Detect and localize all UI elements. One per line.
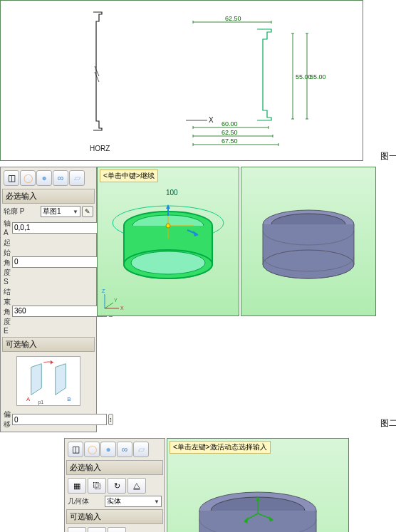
sketch-profile-dimensioned: 62.50 55.00 55.00 60.00 62.50 67.50 X (186, 15, 350, 150)
revolve-preview-diagram: A B p1 (16, 356, 80, 406)
axis-input[interactable] (12, 222, 107, 234)
section-optional: 可选输入 (66, 509, 163, 524)
tool-sheet-icon[interactable]: ▱ (133, 442, 149, 457)
sketch-canvas[interactable]: HORZ 62.50 55.00 55.00 60.00 62.50 (0, 0, 363, 161)
svg-text:A: A (26, 396, 31, 402)
tool-extrude-icon[interactable]: ◫ (4, 170, 19, 186)
mode-move-icon[interactable]: ▦ (68, 478, 86, 494)
tool-extrude-icon[interactable]: ◫ (68, 442, 83, 457)
svg-text:B: B (67, 396, 71, 402)
section-required: 必选输入 (2, 189, 95, 204)
viewport-transform[interactable]: <单击左键>激活动态选择输入 XY (167, 438, 349, 532)
svg-text:HORZ: HORZ (90, 145, 110, 152)
opt-a-icon[interactable]: ◩ (68, 527, 86, 532)
pick-icon[interactable]: ✎ (82, 206, 93, 217)
svg-point-10 (166, 224, 170, 228)
svg-marker-11 (166, 204, 170, 209)
svg-text:Y: Y (114, 298, 118, 303)
dim-right-2: 55.00 (310, 73, 326, 80)
geom-combo[interactable]: 实体▼ (105, 496, 162, 507)
svg-text:p1: p1 (38, 400, 43, 405)
opt-b-icon[interactable]: ◪ (88, 527, 106, 532)
offset-input[interactable] (12, 414, 107, 425)
axis-x-label: X (209, 116, 214, 124)
hint-tooltip: <单击左键>激活动态选择输入 (170, 441, 271, 454)
tool-glasses-icon[interactable]: ∞ (117, 442, 132, 457)
tool-cylinder-icon[interactable]: ◯ (20, 170, 36, 186)
dim-b1: 60.00 (222, 120, 238, 127)
hint-tooltip: <单击中键>继续 (100, 169, 158, 182)
spin-icon[interactable]: ↕ (108, 414, 113, 425)
viewport-revolve-preview[interactable]: <单击中键>继续 100 ZXY (97, 167, 239, 316)
svg-text:Z: Z (102, 288, 105, 293)
panel-toolbar: ◫ ◯ ● ∞ ▱ (66, 440, 163, 459)
mode-mirror-icon[interactable]: ⧋ (127, 478, 146, 494)
ring-solid (248, 192, 369, 291)
tool-sheet-icon[interactable]: ▱ (69, 170, 85, 186)
viewport-revolve-result[interactable] (241, 167, 376, 316)
start-angle-input[interactable] (12, 256, 107, 268)
start-angle-label: 起始角度 S (4, 238, 11, 286)
ring-solid-with-triad (183, 466, 333, 532)
tool-glasses-icon[interactable]: ∞ (53, 170, 68, 186)
ring-preview-green (108, 192, 229, 291)
dim-b2: 62.50 (222, 129, 238, 136)
profile-combo[interactable]: 草图1▼ (41, 206, 80, 217)
svg-point-9 (131, 251, 205, 274)
end-angle-label: 结束角度 E (4, 287, 11, 335)
mode-copy-icon[interactable]: ⿻ (88, 478, 106, 494)
svg-marker-1 (51, 360, 53, 365)
offset-label: 偏移 (4, 410, 11, 429)
geom-label: 几何体 (68, 496, 103, 506)
dim-height: 100 (166, 189, 178, 197)
svg-point-18 (263, 250, 354, 278)
opt-c-icon[interactable]: ◫ (108, 527, 126, 532)
figure-label-2: 图二 (380, 417, 396, 429)
dim-top: 62.50 (225, 15, 241, 22)
section-required: 必选输入 (66, 460, 163, 475)
axis-label: 轴 A (4, 219, 11, 236)
end-angle-input[interactable] (12, 306, 107, 317)
dim-b3: 67.50 (222, 137, 238, 145)
axis-triad: ZXY (102, 288, 125, 311)
tool-sphere-icon[interactable]: ● (36, 170, 52, 186)
panel-toolbar: ◫ ◯ ● ∞ ▱ (2, 169, 95, 187)
profile-label: 轮廓 P (4, 207, 39, 217)
mode-rotate-icon[interactable]: ↻ (108, 478, 126, 494)
transform-panel: ◫ ◯ ● ∞ ▱ 必选输入 ▦ ⿻ ↻ ⧋ 几何体 实体▼ 可选输入 ◩ ◪ … (64, 438, 165, 532)
sketch-profile-left: HORZ (90, 9, 111, 152)
tool-cylinder-icon[interactable]: ◯ (84, 442, 100, 457)
section-optional: 可选输入 (2, 337, 95, 352)
revolve-panel: ◫ ◯ ● ∞ ▱ 必选输入 轮廓 P 草图1▼ ✎ 轴 A ⭹ 起始角度 S … (0, 167, 97, 432)
figure-label-1: 图一 (380, 150, 396, 162)
tool-sphere-icon[interactable]: ● (100, 442, 116, 457)
svg-text:X: X (120, 306, 124, 311)
